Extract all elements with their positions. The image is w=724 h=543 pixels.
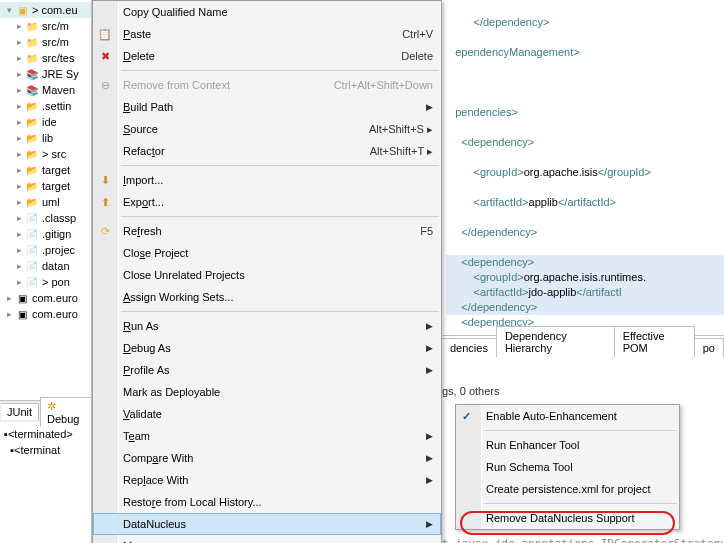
project-icon: ▣ bbox=[14, 306, 30, 322]
project-icon: ▣ bbox=[14, 290, 30, 306]
tree-item[interactable]: ▸📂target bbox=[0, 178, 91, 194]
expand-icon[interactable]: ▾ bbox=[4, 5, 14, 15]
expand-icon[interactable]: ▸ bbox=[14, 261, 24, 271]
tree-item[interactable]: ▸📚Maven bbox=[0, 82, 91, 98]
submenu-run-schema[interactable]: Run Schema Tool bbox=[456, 456, 679, 478]
view-tabs: JUnit ✲ Debug bbox=[0, 400, 92, 422]
tree-item[interactable]: ▸📄datan bbox=[0, 258, 91, 274]
xml-editor[interactable]: </dependency> ependencyManagement> pende… bbox=[442, 0, 724, 330]
tree-item[interactable]: ▸📄.gitign bbox=[0, 226, 91, 242]
menu-validate[interactable]: Validate bbox=[93, 403, 441, 425]
menu-source[interactable]: SourceAlt+Shift+S ▸ bbox=[93, 118, 441, 140]
expand-icon[interactable]: ▸ bbox=[14, 101, 24, 111]
node-icon: 📄 bbox=[24, 210, 40, 226]
menu-run-as[interactable]: Run As▶ bbox=[93, 315, 441, 337]
import-icon: ⬇ bbox=[97, 172, 113, 188]
menu-profile-as[interactable]: Profile As▶ bbox=[93, 359, 441, 381]
menu-team[interactable]: Team▶ bbox=[93, 425, 441, 447]
submenu-enable-auto-enhancement[interactable]: ✓Enable Auto-Enhancement bbox=[456, 405, 679, 427]
expand-icon[interactable]: ▸ bbox=[14, 181, 24, 191]
remove-context-icon: ⊖ bbox=[97, 77, 113, 93]
tree-item[interactable]: ▸📂ide bbox=[0, 114, 91, 130]
expand-icon[interactable]: ▸ bbox=[14, 85, 24, 95]
node-icon: 📂 bbox=[24, 130, 40, 146]
tab-pom[interactable]: po bbox=[694, 338, 724, 357]
tree-item[interactable]: ▸📁src/m bbox=[0, 18, 91, 34]
menu-export[interactable]: ⬆Export... bbox=[93, 191, 441, 213]
menu-maven[interactable]: Maven▶ bbox=[93, 535, 441, 543]
menu-copy-qualified-name[interactable]: Copy Qualified Name bbox=[93, 1, 441, 23]
tree-label: src/tes bbox=[42, 52, 74, 64]
menu-replace-with[interactable]: Replace With▶ bbox=[93, 469, 441, 491]
menu-refactor[interactable]: RefactorAlt+Shift+T ▸ bbox=[93, 140, 441, 162]
node-icon: 📄 bbox=[24, 226, 40, 242]
tree-item[interactable]: ▸📚JRE Sy bbox=[0, 66, 91, 82]
tree-item[interactable]: ▸📄.projec bbox=[0, 242, 91, 258]
expand-icon[interactable]: ▸ bbox=[14, 149, 24, 159]
menu-close-project[interactable]: Close Project bbox=[93, 242, 441, 264]
tree-item[interactable]: ▸📂> src bbox=[0, 146, 91, 162]
expand-icon[interactable]: ▸ bbox=[14, 245, 24, 255]
expand-icon[interactable]: ▸ bbox=[14, 53, 24, 63]
tab-junit[interactable]: JUnit bbox=[1, 403, 39, 420]
submenu-run-enhancer[interactable]: Run Enhancer Tool bbox=[456, 434, 679, 456]
expand-icon[interactable]: ▸ bbox=[14, 213, 24, 223]
node-icon: 📁 bbox=[24, 18, 40, 34]
tree-item[interactable]: ▸📄> pon bbox=[0, 274, 91, 290]
expand-icon[interactable]: ▸ bbox=[14, 21, 24, 31]
debug-row[interactable]: ▪<terminat bbox=[4, 442, 88, 458]
tree-label: target bbox=[42, 164, 70, 176]
debug-view[interactable]: ▪<terminated> ▪<terminat bbox=[0, 422, 92, 462]
tab-dependency-hierarchy[interactable]: Dependency Hierarchy bbox=[496, 326, 615, 357]
tree-item[interactable]: ▸📂uml bbox=[0, 194, 91, 210]
expand-icon[interactable]: ▸ bbox=[14, 197, 24, 207]
tree-label: uml bbox=[42, 196, 60, 208]
menu-assign-working-sets[interactable]: Assign Working Sets... bbox=[93, 286, 441, 308]
expand-icon[interactable]: ▸ bbox=[14, 117, 24, 127]
expand-icon[interactable]: ▸ bbox=[14, 69, 24, 79]
tab-dependencies[interactable]: dencies bbox=[441, 338, 497, 357]
expand-icon[interactable]: ▸ bbox=[14, 37, 24, 47]
tree-item[interactable]: ▸📂.settin bbox=[0, 98, 91, 114]
submenu-create-persistence-xml[interactable]: Create persistence.xml for project bbox=[456, 478, 679, 500]
tree-root[interactable]: ▾ ▣ > com.eu bbox=[0, 2, 91, 18]
debug-row[interactable]: ▪<terminated> bbox=[4, 426, 88, 442]
menu-refresh[interactable]: ⟳RefreshF5 bbox=[93, 220, 441, 242]
node-icon: 📂 bbox=[24, 194, 40, 210]
expand-icon[interactable]: ▸ bbox=[14, 165, 24, 175]
tree-item[interactable]: ▸▣com.euro bbox=[0, 306, 91, 322]
expand-icon[interactable]: ▸ bbox=[14, 229, 24, 239]
tree-item[interactable]: ▸📁src/m bbox=[0, 34, 91, 50]
menu-paste[interactable]: 📋PasteCtrl+V bbox=[93, 23, 441, 45]
tree-label: Maven bbox=[42, 84, 75, 96]
tree-item[interactable]: ▸▣com.euro bbox=[0, 290, 91, 306]
editor-tabs: dencies Dependency Hierarchy Effective P… bbox=[442, 335, 724, 357]
menu-restore-local-history[interactable]: Restore from Local History... bbox=[93, 491, 441, 513]
tree-item[interactable]: ▸📄.classp bbox=[0, 210, 91, 226]
menu-debug-as[interactable]: Debug As▶ bbox=[93, 337, 441, 359]
menu-delete[interactable]: ✖DeleteDelete bbox=[93, 45, 441, 67]
menu-build-path[interactable]: Build Path▶ bbox=[93, 96, 441, 118]
menu-import[interactable]: ⬇Import... bbox=[93, 169, 441, 191]
node-icon: 📁 bbox=[24, 50, 40, 66]
export-icon: ⬆ bbox=[97, 194, 113, 210]
tree-label: lib bbox=[42, 132, 53, 144]
expand-icon[interactable]: ▸ bbox=[14, 133, 24, 143]
tree-label: datan bbox=[42, 260, 70, 272]
node-icon: 📂 bbox=[24, 146, 40, 162]
menu-datanucleus[interactable]: DataNucleus▶ bbox=[93, 513, 441, 535]
tab-effective-pom[interactable]: Effective POM bbox=[614, 326, 695, 357]
tree-item[interactable]: ▸📁src/tes bbox=[0, 50, 91, 66]
project-icon: ▣ bbox=[14, 2, 30, 18]
tree-item[interactable]: ▸📂target bbox=[0, 162, 91, 178]
expand-icon[interactable]: ▸ bbox=[14, 277, 24, 287]
tree-item[interactable]: ▸📂lib bbox=[0, 130, 91, 146]
menu-compare-with[interactable]: Compare With▶ bbox=[93, 447, 441, 469]
menu-mark-deployable[interactable]: Mark as Deployable bbox=[93, 381, 441, 403]
tree-label: .gitign bbox=[42, 228, 71, 240]
submenu-remove-datanucleus-support[interactable]: Remove DataNucleus Support bbox=[456, 507, 679, 529]
node-icon: 📂 bbox=[24, 162, 40, 178]
paste-icon: 📋 bbox=[97, 26, 113, 42]
node-icon: 📄 bbox=[24, 258, 40, 274]
menu-close-unrelated[interactable]: Close Unrelated Projects bbox=[93, 264, 441, 286]
